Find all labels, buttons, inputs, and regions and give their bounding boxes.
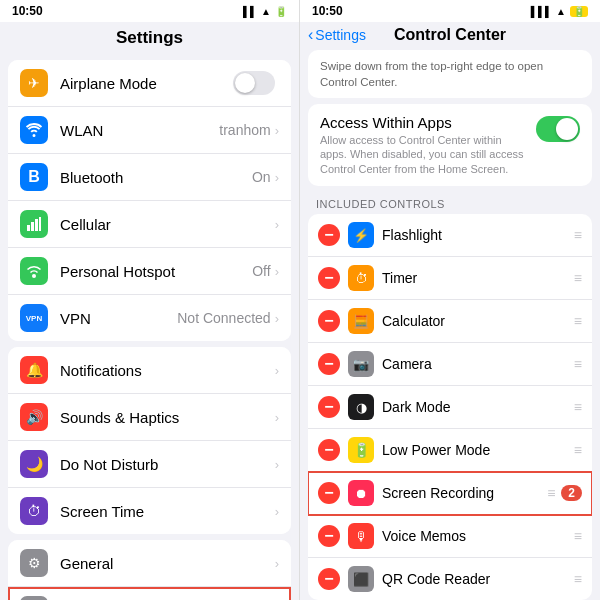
back-chevron-icon: ‹	[308, 26, 313, 44]
timer-icon: ⏱	[348, 265, 374, 291]
subtitle-text: Swipe down from the top-right edge to op…	[320, 60, 543, 88]
included-controls-list: − ⚡ Flashlight ≡ − ⏱ Timer ≡ − 🧮 Calcula…	[308, 214, 592, 600]
sounds-chevron: ›	[275, 410, 279, 425]
timer-control[interactable]: − ⏱ Timer ≡	[308, 257, 592, 300]
lowpower-icon: 🔋	[348, 437, 374, 463]
wlan-item[interactable]: WLAN tranhom ›	[8, 107, 291, 154]
vpn-icon: VPN	[20, 304, 48, 332]
right-status-icons: ▌▌▌ ▲ 🔋	[531, 6, 588, 17]
left-status-bar: 10:50 ▌▌ ▲ 🔋	[0, 0, 299, 22]
vpn-item[interactable]: VPN VPN Not Connected ›	[8, 295, 291, 341]
controlcenter-item[interactable]: Control Center › 1	[8, 587, 291, 600]
sounds-label: Sounds & Haptics	[60, 409, 275, 426]
access-desc: Allow access to Control Center within ap…	[320, 133, 528, 176]
airplane-toggle[interactable]	[233, 71, 275, 95]
back-label: Settings	[315, 27, 366, 43]
cellular-label: Cellular	[60, 216, 275, 233]
screenrecording-drag-handle[interactable]: ≡	[547, 485, 555, 501]
vpn-chevron: ›	[275, 311, 279, 326]
settings-list: ✈ Airplane Mode WLAN tranhom › B Bluetoo…	[0, 54, 299, 600]
qrcode-drag-handle[interactable]: ≡	[574, 571, 582, 587]
screenrecording-remove-button[interactable]: −	[318, 482, 340, 504]
airplane-icon: ✈	[20, 69, 48, 97]
wlan-icon	[20, 116, 48, 144]
camera-drag-handle[interactable]: ≡	[574, 356, 582, 372]
sounds-item[interactable]: 🔊 Sounds & Haptics ›	[8, 394, 291, 441]
screentime-chevron: ›	[275, 504, 279, 519]
settings-group-1: ✈ Airplane Mode WLAN tranhom › B Bluetoo…	[8, 60, 291, 341]
flashlight-control[interactable]: − ⚡ Flashlight ≡	[308, 214, 592, 257]
right-panel: 10:50 ▌▌▌ ▲ 🔋 ‹ Settings Control Center …	[300, 0, 600, 600]
screentime-icon: ⏱	[20, 497, 48, 525]
left-title-bar: Settings	[0, 22, 299, 54]
calculator-icon: 🧮	[348, 308, 374, 334]
darkmode-label: Dark Mode	[382, 399, 574, 415]
lowpower-control[interactable]: − 🔋 Low Power Mode ≡	[308, 429, 592, 472]
calculator-control[interactable]: − 🧮 Calculator ≡	[308, 300, 592, 343]
cellular-item[interactable]: Cellular ›	[8, 201, 291, 248]
general-item[interactable]: ⚙ General ›	[8, 540, 291, 587]
flashlight-label: Flashlight	[382, 227, 574, 243]
bluetooth-item[interactable]: B Bluetooth On ›	[8, 154, 291, 201]
bluetooth-label: Bluetooth	[60, 169, 252, 186]
hotspot-value: Off	[252, 263, 270, 279]
bluetooth-chevron: ›	[275, 170, 279, 185]
airplane-mode-item[interactable]: ✈ Airplane Mode	[8, 60, 291, 107]
access-title: Access Within Apps	[320, 114, 528, 131]
svg-rect-0	[27, 225, 30, 231]
notifications-label: Notifications	[60, 362, 275, 379]
hotspot-chevron: ›	[275, 264, 279, 279]
left-panel: 10:50 ▌▌ ▲ 🔋 Settings ✈ Airplane Mode WL…	[0, 0, 300, 600]
voicememos-icon: 🎙	[348, 523, 374, 549]
nav-bar: ‹ Settings Control Center	[300, 22, 600, 46]
notifications-item[interactable]: 🔔 Notifications ›	[8, 347, 291, 394]
access-info: Access Within Apps Allow access to Contr…	[320, 114, 528, 176]
svg-rect-1	[31, 222, 34, 231]
qrcode-label: QR Code Reader	[382, 571, 574, 587]
donotdisturb-icon: 🌙	[20, 450, 48, 478]
timer-label: Timer	[382, 270, 574, 286]
qrcode-remove-button[interactable]: −	[318, 568, 340, 590]
screentime-item[interactable]: ⏱ Screen Time ›	[8, 488, 291, 534]
flashlight-remove-button[interactable]: −	[318, 224, 340, 246]
qrcode-control[interactable]: − ⬛ QR Code Reader ≡	[308, 558, 592, 600]
left-page-title: Settings	[16, 28, 283, 48]
camera-control[interactable]: − 📷 Camera ≡	[308, 343, 592, 386]
notifications-chevron: ›	[275, 363, 279, 378]
settings-group-3: ⚙ General › Control Center › 1 ☀	[8, 540, 291, 600]
lowpower-drag-handle[interactable]: ≡	[574, 442, 582, 458]
vpn-value: Not Connected	[177, 310, 270, 326]
bluetooth-value: On	[252, 169, 271, 185]
screenrecording-control[interactable]: − ⏺ Screen Recording ≡ 2	[308, 472, 592, 515]
right-time: 10:50	[312, 4, 343, 18]
timer-remove-button[interactable]: −	[318, 267, 340, 289]
sounds-icon: 🔊	[20, 403, 48, 431]
timer-drag-handle[interactable]: ≡	[574, 270, 582, 286]
camera-icon: 📷	[348, 351, 374, 377]
svg-rect-2	[35, 219, 38, 231]
access-within-apps-row: Access Within Apps Allow access to Contr…	[308, 104, 592, 186]
darkmode-remove-button[interactable]: −	[318, 396, 340, 418]
calculator-remove-button[interactable]: −	[318, 310, 340, 332]
hotspot-item[interactable]: Personal Hotspot Off ›	[8, 248, 291, 295]
back-button[interactable]: ‹ Settings	[308, 26, 366, 44]
access-toggle[interactable]	[536, 116, 580, 142]
left-time: 10:50	[12, 4, 43, 18]
flashlight-drag-handle[interactable]: ≡	[574, 227, 582, 243]
donotdisturb-item[interactable]: 🌙 Do Not Disturb ›	[8, 441, 291, 488]
darkmode-drag-handle[interactable]: ≡	[574, 399, 582, 415]
camera-remove-button[interactable]: −	[318, 353, 340, 375]
voicememos-drag-handle[interactable]: ≡	[574, 528, 582, 544]
general-label: General	[60, 555, 275, 572]
cellular-chevron: ›	[275, 217, 279, 232]
settings-group-2: 🔔 Notifications › 🔊 Sounds & Haptics › 🌙…	[8, 347, 291, 534]
donotdisturb-chevron: ›	[275, 457, 279, 472]
hotspot-icon	[20, 257, 48, 285]
wlan-label: WLAN	[60, 122, 219, 139]
voicememos-control[interactable]: − 🎙 Voice Memos ≡	[308, 515, 592, 558]
airplane-label: Airplane Mode	[60, 75, 233, 92]
lowpower-remove-button[interactable]: −	[318, 439, 340, 461]
calculator-drag-handle[interactable]: ≡	[574, 313, 582, 329]
darkmode-control[interactable]: − ◑ Dark Mode ≡	[308, 386, 592, 429]
voicememos-remove-button[interactable]: −	[318, 525, 340, 547]
